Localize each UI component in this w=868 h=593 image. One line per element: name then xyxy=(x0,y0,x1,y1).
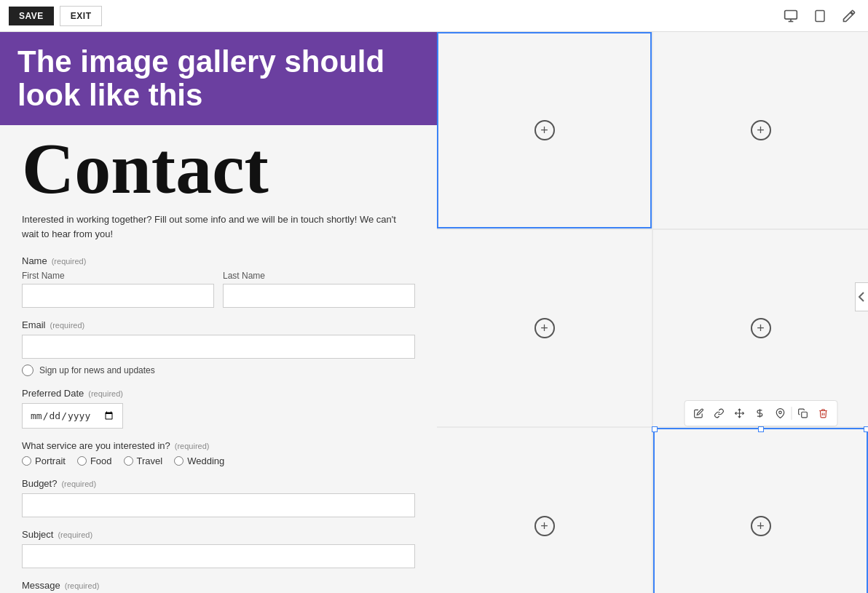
name-field-group: Name (required) First Name Last Name xyxy=(22,255,415,308)
subject-label: Subject (required) xyxy=(22,529,415,540)
budget-label: Budget? (required) xyxy=(22,478,415,489)
paintbrush-icon[interactable] xyxy=(839,6,859,26)
travel-label: Travel xyxy=(137,455,163,466)
budget-field-group: Budget? (required) xyxy=(22,478,415,517)
form-area: Interested in working together? Fill out… xyxy=(0,212,437,593)
add-image-4[interactable]: + xyxy=(751,318,771,338)
main-content: The image gallery should look like this … xyxy=(0,32,868,593)
collapse-toggle[interactable] xyxy=(855,282,868,311)
service-field-group: What service are you interested in? (req… xyxy=(22,440,415,466)
gallery-cell-3[interactable]: + xyxy=(437,230,652,426)
date-input-wrap xyxy=(22,403,415,429)
svg-point-8 xyxy=(778,411,781,414)
add-image-1[interactable]: + xyxy=(534,120,555,140)
svg-rect-3 xyxy=(816,10,824,21)
newsletter-row: Sign up for news and updates xyxy=(22,365,415,376)
service-food: Food xyxy=(77,455,112,466)
newsletter-label: Sign up for news and updates xyxy=(39,365,155,375)
email-field-group: Email (required) Sign up for news and up… xyxy=(22,319,415,376)
newsletter-checkbox[interactable] xyxy=(22,365,33,376)
add-image-5[interactable]: + xyxy=(534,516,555,536)
duplicate-action-icon[interactable] xyxy=(793,404,812,423)
last-name-sublabel: Last Name xyxy=(223,271,415,281)
gallery-cell-4[interactable]: + xyxy=(653,230,868,426)
contact-title: Contact xyxy=(0,125,437,212)
service-portrait: Portrait xyxy=(22,455,66,466)
form-intro: Interested in working together? Fill out… xyxy=(22,212,415,241)
gallery-cell-2[interactable]: + xyxy=(653,32,868,228)
left-panel: The image gallery should look like this … xyxy=(0,32,437,593)
food-radio[interactable] xyxy=(77,456,87,466)
first-name-col: First Name xyxy=(22,271,214,308)
exit-button[interactable]: EXIT xyxy=(60,6,103,26)
gallery-cell-6[interactable]: + xyxy=(653,428,868,593)
action-divider xyxy=(791,407,792,420)
service-wedding: Wedding xyxy=(174,455,224,466)
move-action-icon[interactable] xyxy=(730,404,749,423)
travel-radio[interactable] xyxy=(124,456,133,466)
name-row: First Name Last Name xyxy=(22,271,415,308)
wedding-radio[interactable] xyxy=(174,456,184,466)
add-image-2[interactable]: + xyxy=(751,120,771,140)
service-travel: Travel xyxy=(124,455,163,466)
name-label: Name (required) xyxy=(22,255,415,266)
portrait-radio[interactable] xyxy=(22,456,31,466)
date-label: Preferred Date (required) xyxy=(22,388,415,399)
date-input[interactable] xyxy=(22,403,123,429)
add-image-6[interactable]: + xyxy=(751,516,771,536)
budget-input[interactable] xyxy=(22,493,415,517)
banner-text: The image gallery should look like this xyxy=(17,45,419,112)
tablet-icon[interactable] xyxy=(810,6,830,26)
service-label: What service are you interested in? (req… xyxy=(22,440,415,451)
gallery-cell-1[interactable]: + xyxy=(437,32,652,228)
message-label: Message (required) xyxy=(22,580,415,591)
delete-action-icon[interactable] xyxy=(813,404,832,423)
add-image-3[interactable]: + xyxy=(534,318,555,338)
save-button[interactable]: SAVE xyxy=(9,7,54,25)
toolbar: SAVE EXIT xyxy=(0,0,868,32)
resize-handle-tc[interactable] xyxy=(758,426,764,432)
last-name-input[interactable] xyxy=(223,284,415,308)
subject-field-group: Subject (required) xyxy=(22,529,415,568)
resize-handle-tr[interactable] xyxy=(864,426,868,432)
subject-input[interactable] xyxy=(22,544,415,568)
first-name-input[interactable] xyxy=(22,284,214,308)
svg-rect-0 xyxy=(785,10,797,19)
message-field-group: Message (required) xyxy=(22,580,415,591)
edit-action-icon[interactable] xyxy=(689,404,708,423)
cell-action-bar xyxy=(684,400,837,426)
portrait-label: Portrait xyxy=(35,455,66,466)
desktop-icon[interactable] xyxy=(781,6,801,26)
resize-handle-tl[interactable] xyxy=(652,426,658,432)
wedding-label: Wedding xyxy=(187,455,224,466)
banner: The image gallery should look like this xyxy=(0,32,437,125)
toolbar-right xyxy=(781,6,859,26)
food-label: Food xyxy=(90,455,112,466)
last-name-col: Last Name xyxy=(223,271,415,308)
align-action-icon[interactable] xyxy=(750,404,769,423)
right-panel: + + + + xyxy=(437,32,868,593)
email-input[interactable] xyxy=(22,335,415,359)
pin-action-icon[interactable] xyxy=(770,404,789,423)
svg-rect-9 xyxy=(801,412,807,418)
gallery-cell-5[interactable]: + xyxy=(437,428,652,593)
first-name-sublabel: First Name xyxy=(22,271,214,281)
link-action-icon[interactable] xyxy=(709,404,728,423)
date-field-group: Preferred Date (required) xyxy=(22,388,415,429)
email-label: Email (required) xyxy=(22,319,415,330)
service-radio-group: Portrait Food Travel Wedding xyxy=(22,455,415,466)
